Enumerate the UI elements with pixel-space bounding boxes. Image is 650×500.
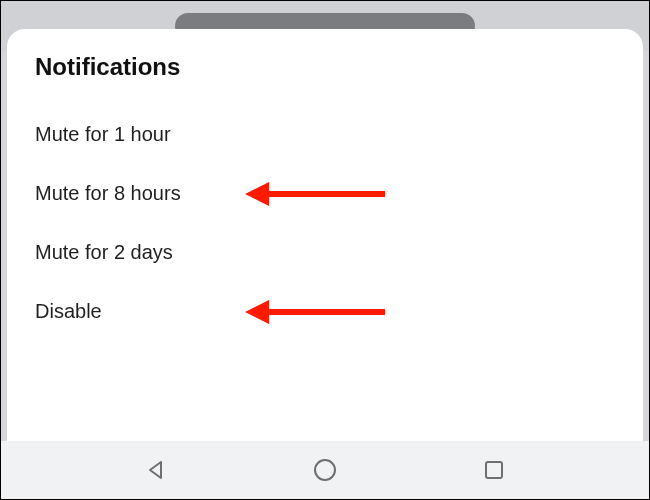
option-label: Mute for 2 days — [35, 241, 173, 263]
nav-back-icon[interactable] — [142, 456, 170, 484]
android-nav-bar — [1, 441, 649, 499]
svg-marker-1 — [245, 182, 269, 206]
annotation-arrow — [245, 179, 385, 209]
svg-point-4 — [315, 460, 335, 480]
nav-recent-icon[interactable] — [480, 456, 508, 484]
option-label: Mute for 8 hours — [35, 182, 181, 204]
annotation-arrow — [245, 297, 385, 327]
option-label: Disable — [35, 300, 102, 322]
option-label: Mute for 1 hour — [35, 123, 171, 145]
option-mute-2-days[interactable]: Mute for 2 days — [35, 223, 615, 282]
svg-marker-3 — [245, 300, 269, 324]
notifications-sheet: Notifications Mute for 1 hour Mute for 8… — [7, 29, 643, 441]
svg-rect-5 — [486, 462, 502, 478]
screen-frame: Notifications Mute for 1 hour Mute for 8… — [1, 1, 649, 499]
mute-options-menu: Mute for 1 hour Mute for 8 hours Mute fo… — [35, 105, 615, 341]
option-disable[interactable]: Disable — [35, 282, 615, 341]
option-mute-8-hours[interactable]: Mute for 8 hours — [35, 164, 615, 223]
sheet-title: Notifications — [35, 53, 615, 81]
nav-home-icon[interactable] — [311, 456, 339, 484]
option-mute-1-hour[interactable]: Mute for 1 hour — [35, 105, 615, 164]
